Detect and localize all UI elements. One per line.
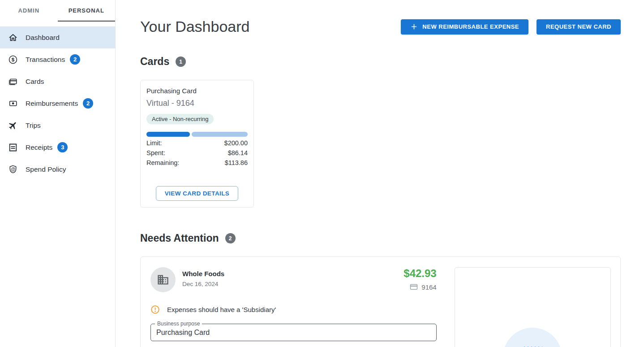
mini-card-icon	[409, 282, 418, 291]
card-progress-remaining	[192, 132, 248, 137]
needs-attention-item: Whole Foods Dec 16, 2024 $42.93	[140, 256, 621, 347]
transaction-amount: $42.93	[404, 267, 436, 280]
sidebar: ADMIN PERSONAL Dashboard $	[0, 0, 116, 347]
transactions-count-badge: 2	[70, 54, 80, 65]
sidebar-item-trips[interactable]: Trips	[0, 114, 115, 136]
receipt-circle	[503, 328, 562, 347]
card-progress-fill	[146, 132, 190, 137]
page-header: Your Dashboard NEW REIMBURSABLE EXPENSE …	[140, 18, 621, 35]
card-subtitle: Virtual - 9164	[146, 99, 248, 108]
remaining-value: $113.86	[225, 159, 248, 166]
limit-value: $200.00	[224, 139, 248, 147]
receipt-large-icon	[521, 345, 544, 347]
plane-icon	[8, 120, 18, 131]
new-reimbursable-expense-label: NEW REIMBURSABLE EXPENSE	[422, 23, 519, 30]
sidebar-item-dashboard[interactable]: Dashboard	[0, 26, 115, 48]
expense-details: Whole Foods Dec 16, 2024 $42.93	[150, 267, 437, 347]
receipt-dropzone[interactable]	[455, 267, 611, 347]
sidebar-tabs: ADMIN PERSONAL	[0, 0, 115, 22]
sidebar-item-label: Dashboard	[26, 34, 60, 42]
sidebar-item-label: Receipts	[26, 143, 52, 152]
page-title: Your Dashboard	[140, 18, 249, 35]
needs-attention-count-badge: 2	[225, 233, 236, 243]
cards-section-header: Cards 1	[140, 56, 621, 68]
card-last4: 9164	[421, 283, 436, 291]
receipt-icon	[8, 142, 18, 153]
sidebar-item-transactions[interactable]: $ Transactions 2	[0, 48, 115, 70]
banknote-icon	[8, 98, 18, 109]
tab-personal[interactable]: PERSONAL	[58, 0, 116, 22]
shield-policy-icon: @	[8, 164, 18, 175]
spent-value: $86.14	[228, 149, 248, 156]
sidebar-item-label: Reimbursements	[26, 100, 78, 108]
sidebar-item-label: Cards	[26, 78, 44, 86]
credit-card-icon	[8, 76, 18, 87]
card-spend-progress-bar	[146, 132, 248, 137]
card-spent-row: Spent: $86.14	[146, 149, 248, 156]
merchant-avatar	[150, 267, 176, 292]
purchasing-card-tile: Purchasing Card Virtual - 9164 Active - …	[140, 80, 254, 208]
card-remaining-row: Remaining: $113.86	[146, 159, 248, 166]
sidebar-item-reimbursements[interactable]: Reimbursements 2	[0, 92, 115, 114]
header-buttons: NEW REIMBURSABLE EXPENSE REQUEST NEW CAR…	[401, 19, 621, 35]
business-purpose-label: Business purpose	[155, 321, 202, 327]
cards-count-badge: 1	[176, 56, 186, 67]
tab-admin[interactable]: ADMIN	[0, 0, 58, 22]
home-icon	[8, 32, 18, 43]
sidebar-item-label: Transactions	[26, 56, 65, 64]
business-purpose-field: Business purpose	[150, 324, 437, 341]
card-status-badge: Active - Non-recurring	[146, 114, 214, 124]
new-reimbursable-expense-button[interactable]: NEW REIMBURSABLE EXPENSE	[401, 19, 528, 35]
view-card-details-button[interactable]: VIEW CARD DETAILS	[156, 186, 239, 201]
sidebar-item-receipts[interactable]: Receipts 3	[0, 136, 115, 158]
main-content: Your Dashboard NEW REIMBURSABLE EXPENSE …	[116, 0, 644, 347]
sidebar-nav: Dashboard $ Transactions 2	[0, 26, 115, 180]
page: ADMIN PERSONAL Dashboard $	[0, 0, 644, 347]
receipts-count-badge: 3	[57, 142, 68, 152]
dollar-circle-icon: $	[8, 54, 18, 65]
amount-block: $42.93 9164	[404, 267, 436, 291]
card-name: Purchasing Card	[146, 87, 248, 95]
warning-text: Expenses should have a 'Subsidiary'	[167, 306, 276, 313]
svg-text:@: @	[11, 166, 15, 171]
plus-icon	[410, 23, 418, 30]
policy-warning: Expenses should have a 'Subsidiary'	[150, 305, 437, 314]
warning-icon	[150, 305, 160, 314]
sidebar-item-spend-policy[interactable]: @ Spend Policy	[0, 158, 115, 180]
request-new-card-label: REQUEST NEW CARD	[546, 23, 611, 30]
transaction-date: Dec 16, 2024	[182, 281, 224, 287]
card-limit-row: Limit: $200.00	[146, 139, 248, 147]
sidebar-item-cards[interactable]: Cards	[0, 70, 115, 92]
cards-section-title: Cards	[140, 56, 169, 68]
svg-text:$: $	[12, 57, 15, 62]
building-icon	[157, 273, 169, 286]
remaining-label: Remaining:	[146, 159, 179, 166]
request-new-card-button[interactable]: REQUEST NEW CARD	[537, 19, 621, 35]
limit-label: Limit:	[146, 139, 162, 147]
sidebar-item-label: Spend Policy	[26, 165, 66, 174]
merchant-name: Whole Foods	[182, 270, 224, 278]
sidebar-item-label: Trips	[26, 121, 41, 130]
needs-attention-title: Needs Attention	[140, 232, 219, 244]
spent-label: Spent:	[146, 149, 165, 156]
reimbursements-count-badge: 2	[83, 98, 93, 108]
card-reference: 9164	[404, 282, 436, 291]
needs-attention-section-header: Needs Attention 2	[140, 232, 621, 244]
merchant-row: Whole Foods Dec 16, 2024 $42.93	[150, 267, 437, 292]
merchant-meta: Whole Foods Dec 16, 2024	[182, 267, 224, 287]
